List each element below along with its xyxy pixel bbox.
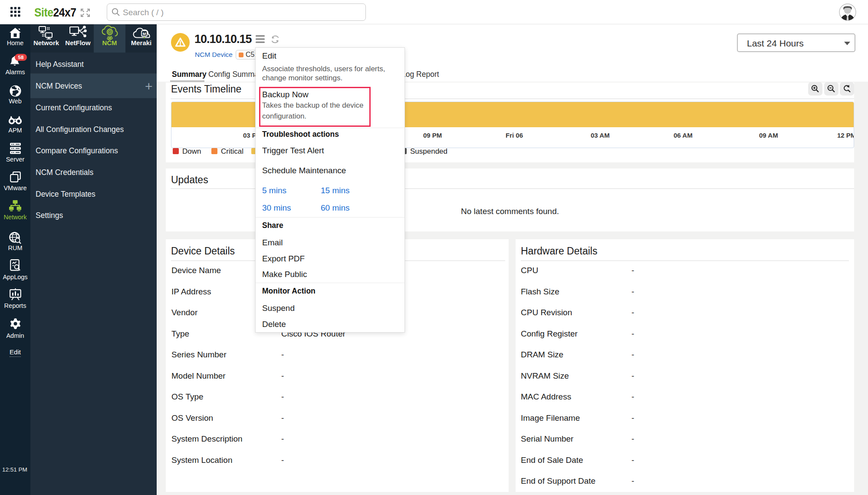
svg-text:M: M [143, 31, 146, 36]
